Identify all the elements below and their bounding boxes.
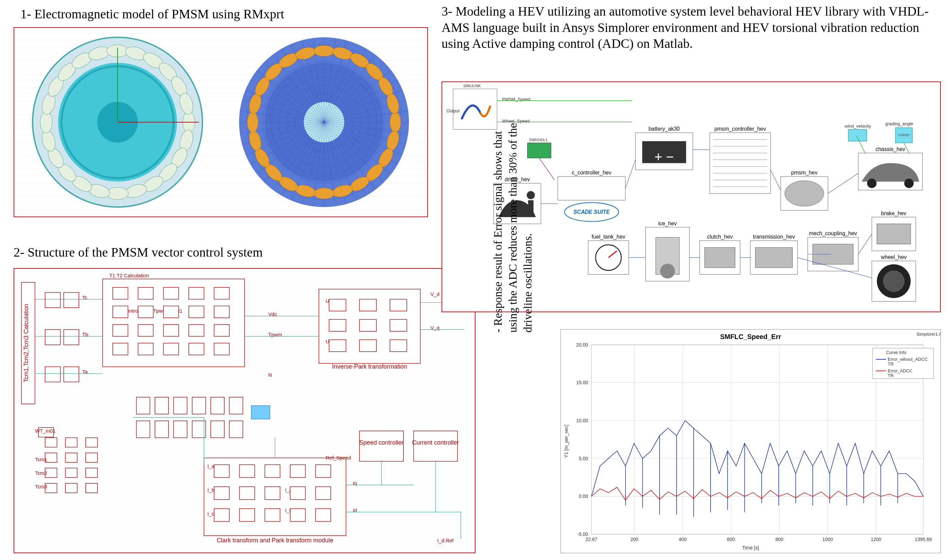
svg-text:Error_ADCC: Error_ADCC [888, 368, 912, 373]
svg-rect-211 [290, 487, 305, 500]
svg-rect-213 [214, 509, 229, 522]
svg-text:I_a: I_a [208, 463, 215, 469]
svg-text:SCADE SUITE: SCADE SUITE [573, 209, 610, 215]
svg-rect-182 [137, 421, 150, 438]
svg-rect-166 [86, 438, 97, 447]
svg-rect-169 [86, 453, 97, 462]
svg-text:Speed controller: Speed controller [359, 439, 404, 446]
svg-rect-175 [86, 483, 97, 493]
svg-rect-154 [390, 299, 407, 311]
svg-text:Time [s]: Time [s] [742, 545, 759, 551]
chart-title: SMFLC_Speed_Err [720, 333, 781, 340]
svg-text:Ref_Speed: Ref_Speed [326, 455, 351, 460]
svg-rect-152 [329, 299, 346, 311]
svg-point-107 [314, 46, 334, 56]
svg-rect-171 [66, 468, 77, 477]
svg-rect-164 [45, 438, 57, 447]
svg-text:pmsm_controller_hev: pmsm_controller_hev [714, 126, 766, 132]
svg-text:chassis_hev: chassis_hev [875, 146, 905, 152]
svg-text:WT_m01: WT_m01 [35, 428, 55, 434]
svg-rect-287 [705, 248, 735, 268]
svg-rect-209 [239, 487, 255, 500]
svg-rect-300 [877, 224, 911, 245]
svg-text:200: 200 [630, 537, 638, 542]
svg-rect-185 [174, 397, 187, 414]
svg-rect-128 [163, 288, 179, 299]
rmxprt-mesh-right [236, 34, 412, 211]
svg-text:fuel_tank_hev: fuel_tank_hev [592, 234, 625, 240]
svg-line-310 [625, 160, 635, 189]
svg-rect-207 [316, 465, 331, 477]
svg-rect-139 [189, 325, 204, 336]
svg-point-10 [106, 187, 128, 200]
svg-rect-208 [214, 487, 229, 500]
svg-rect-141 [113, 343, 128, 355]
heading-3: 3- Modeling a HEV utilizing an automotiv… [442, 3, 937, 52]
svg-point-297 [904, 178, 914, 188]
svg-text:PMSM_Speed: PMSM_Speed [502, 97, 530, 102]
svg-rect-174 [66, 483, 77, 493]
svg-rect-214 [239, 509, 255, 522]
svg-rect-204 [239, 465, 255, 477]
svg-rect-193 [251, 406, 270, 419]
svg-text:15.00: 15.00 [576, 380, 588, 386]
svg-line-313 [828, 173, 858, 194]
svg-text:transmission_hev: transmission_hev [753, 234, 795, 240]
svg-rect-157 [390, 319, 407, 331]
svg-text:TR: TR [888, 362, 894, 366]
svg-rect-188 [192, 421, 206, 438]
svg-text:Output: Output [446, 108, 459, 113]
heading-1: 1- Electromagnetic model of PMSM using R… [20, 6, 284, 22]
svg-text:TR: TR [888, 373, 894, 378]
svg-text:1395.69: 1395.69 [915, 537, 932, 542]
svg-rect-153 [359, 299, 376, 311]
svg-text:Simplorer1    ANSYS: Simplorer1 ANSYS [917, 332, 940, 337]
svg-text:Tcm1: Tcm1 [35, 457, 47, 462]
svg-text:Tcm3: Tcm3 [35, 484, 47, 489]
svg-text:Inverse-Park transformation: Inverse-Park transformation [332, 363, 407, 370]
svg-rect-192 [229, 421, 243, 438]
panel-smflc-chart: SMFLC_Speed_Err Simplorer1 ANSYS Time [s… [560, 329, 941, 553]
svg-text:0.00: 0.00 [579, 494, 588, 499]
svg-rect-155 [329, 319, 346, 331]
svg-rect-187 [192, 397, 206, 414]
svg-rect-184 [155, 421, 168, 438]
rmxprt-cross-section-left [29, 34, 206, 211]
svg-rect-142 [138, 343, 154, 355]
svg-text:grading_angle: grading_angle [885, 121, 913, 126]
svg-rect-206 [290, 465, 305, 477]
svg-rect-129 [189, 288, 204, 299]
svg-point-89 [390, 112, 401, 132]
svg-line-322 [539, 158, 555, 180]
svg-text:CONST: CONST [898, 133, 910, 137]
svg-rect-160 [390, 340, 407, 352]
svg-rect-249 [848, 129, 867, 141]
svg-text:V_d: V_d [430, 291, 439, 297]
svg-rect-126 [113, 288, 128, 299]
svg-line-319 [858, 234, 872, 254]
svg-text:wind_velocity: wind_velocity [845, 123, 871, 129]
svg-text:T1 T2  Calculation: T1 T2 Calculation [109, 272, 149, 278]
svg-rect-290 [755, 248, 792, 268]
svg-rect-210 [265, 487, 280, 500]
svg-text:10.00: 10.00 [576, 418, 588, 423]
svg-rect-144 [189, 343, 204, 355]
svg-rect-133 [163, 306, 179, 318]
svg-point-284 [660, 264, 675, 278]
svg-rect-212 [316, 487, 331, 500]
svg-text:Y1 [m_per_sec]: Y1 [m_per_sec] [564, 425, 569, 458]
svg-rect-159 [359, 340, 376, 352]
svg-rect-258 [558, 177, 625, 200]
svg-text:Tcm1,Tcm2,Tcm3 Calculation: Tcm1,Tcm2,Tcm3 Calculation [23, 304, 29, 383]
svg-rect-183 [155, 397, 168, 414]
svg-rect-215 [265, 509, 280, 522]
svg-text:clutch_hev: clutch_hev [707, 234, 733, 240]
svg-text:brake_hev: brake_hev [881, 211, 906, 217]
svg-text:I_c: I_c [208, 511, 214, 517]
svg-line-312 [771, 170, 781, 190]
svg-rect-181 [137, 397, 150, 414]
svg-text:Clark transform and Park trans: Clark transform and Park transform modul… [217, 537, 333, 544]
svg-text:Curve Info: Curve Info [886, 350, 906, 355]
svg-rect-158 [329, 340, 346, 352]
svg-rect-132 [138, 306, 154, 318]
